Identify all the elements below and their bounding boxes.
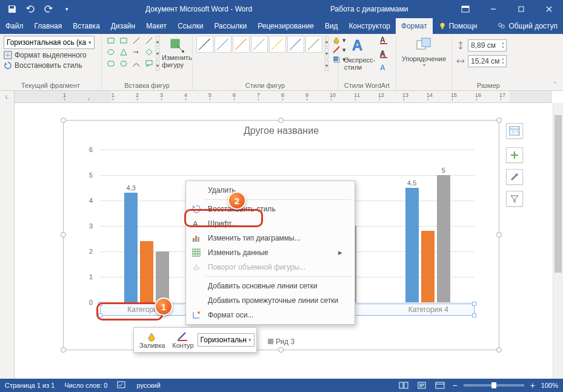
zoom-slider[interactable] — [464, 384, 524, 387]
axis-handle[interactable] — [472, 302, 476, 306]
selection-handle[interactable] — [496, 232, 502, 238]
view-print-layout-icon[interactable] — [416, 380, 428, 390]
zoom-in-button[interactable]: + — [530, 380, 535, 390]
chart-bar[interactable] — [421, 231, 435, 302]
tab-review[interactable]: Рецензирование — [252, 18, 319, 34]
mini-outline-button[interactable]: Контур — [168, 330, 197, 350]
mini-fill-button[interactable]: Заливка — [136, 330, 168, 350]
reset-style-button[interactable]: Восстановить стиль — [4, 61, 98, 70]
chart-title[interactable]: Другое название — [64, 125, 499, 136]
tab-design[interactable]: Дизайн — [105, 18, 141, 34]
category-axis-label[interactable]: Категория 4 — [408, 305, 448, 314]
share-button[interactable]: Общий доступ — [491, 18, 563, 34]
shape-arrow-icon[interactable] — [131, 47, 142, 57]
tab-chart-design[interactable]: Конструктор — [344, 18, 396, 34]
save-icon[interactable] — [7, 4, 17, 14]
ctx-change-chart-type[interactable]: Изменить тип диаграммы... — [187, 231, 353, 245]
minimize-button[interactable] — [479, 0, 507, 18]
chart-bar[interactable] — [156, 251, 169, 302]
shape-roundrect-icon[interactable] — [105, 59, 116, 68]
chart-styles-icon[interactable] — [506, 169, 523, 185]
selection-handle[interactable] — [61, 232, 66, 238]
status-language[interactable]: русский — [136, 382, 160, 389]
tab-view[interactable]: Вид — [319, 18, 344, 34]
horizontal-ruler[interactable]: 11234567891011121314151617 — [15, 91, 552, 103]
chart-bar[interactable] — [124, 193, 138, 302]
style-down-icon[interactable]: ▾ — [325, 48, 328, 59]
qat-customize-icon[interactable]: ▾ — [62, 4, 72, 14]
tab-layout[interactable]: Макет — [141, 18, 172, 34]
view-read-mode-icon[interactable] — [398, 380, 410, 390]
selection-handle[interactable] — [278, 347, 284, 353]
chart-bar[interactable] — [405, 188, 419, 302]
format-selection-button[interactable]: Формат выделенного — [4, 51, 98, 59]
edit-shape-button[interactable]: Изменить фигуру — [159, 36, 195, 70]
shape-line2-icon[interactable] — [144, 36, 155, 45]
tell-me[interactable]: Помощн — [433, 18, 483, 34]
selection-handle[interactable] — [496, 118, 502, 123]
shape-curve-icon[interactable] — [131, 59, 142, 68]
ctx-font[interactable]: AШрифт... — [187, 216, 353, 231]
selection-handle[interactable] — [61, 118, 66, 123]
vertical-ruler[interactable] — [0, 103, 15, 379]
scrollbar-thumb[interactable] — [555, 115, 562, 273]
axis-handle[interactable] — [472, 313, 476, 317]
legend-item[interactable]: Ряд 3 — [268, 337, 295, 346]
text-fill-button[interactable]: A — [380, 36, 390, 46]
ctx-add-minor-gridlines[interactable]: Добавить промежуточные линии сетки — [187, 293, 353, 308]
chart-legend[interactable]: Ряд 3 — [64, 337, 499, 346]
view-web-layout-icon[interactable] — [434, 380, 446, 390]
mini-element-selector[interactable]: Горизонтальн▾ — [198, 333, 255, 347]
zoom-level[interactable]: 100% — [541, 382, 558, 389]
text-effects-button[interactable]: A — [380, 64, 390, 74]
chart-bar[interactable] — [437, 175, 450, 302]
shape-diamond-icon[interactable] — [144, 47, 155, 57]
status-spellcheck-icon[interactable] — [117, 380, 127, 390]
shape-rect-icon[interactable] — [105, 36, 116, 45]
zoom-out-button[interactable]: − — [452, 380, 457, 390]
tab-mailings[interactable]: Рассылки — [208, 18, 252, 34]
shape-rect2-icon[interactable] — [118, 36, 129, 45]
style-up-icon[interactable]: ▴ — [325, 36, 328, 47]
selection-handle[interactable] — [496, 347, 502, 353]
maximize-button[interactable] — [507, 0, 535, 18]
ctx-delete[interactable]: Удалить — [187, 183, 353, 198]
ctx-reset-style[interactable]: Восстановить стиль — [187, 202, 353, 216]
shape-tri-icon[interactable] — [118, 47, 129, 57]
style-more-icon[interactable]: ▾ — [325, 60, 328, 71]
selection-handle[interactable] — [278, 118, 284, 123]
tab-format[interactable]: Формат — [396, 18, 433, 34]
shape-line-icon[interactable] — [131, 36, 142, 45]
status-page[interactable]: Страница 1 из 1 — [5, 382, 55, 389]
ctx-add-major-gridlines[interactable]: Добавить основные линии сетки — [187, 279, 353, 293]
tab-home[interactable]: Главная — [29, 18, 68, 34]
redo-icon[interactable] — [44, 4, 53, 14]
chart-elements-icon[interactable] — [506, 147, 523, 163]
undo-icon[interactable] — [25, 4, 35, 14]
status-word-count[interactable]: Число слов: 0 — [64, 382, 107, 389]
axis-handle[interactable] — [98, 313, 102, 317]
close-button[interactable] — [535, 0, 563, 18]
shape-style-gallery[interactable] — [196, 36, 322, 53]
tab-insert[interactable]: Вставка — [67, 18, 105, 34]
wordart-quick-styles-button[interactable]: A Экспресс- стили — [342, 36, 378, 71]
shape-hex-icon[interactable] — [118, 59, 129, 68]
tab-references[interactable]: Ссылки — [172, 18, 208, 34]
axis-handle[interactable] — [98, 302, 102, 306]
layout-options-icon[interactable] — [506, 123, 523, 139]
chart-filters-icon[interactable] — [506, 191, 523, 207]
shape-width-input[interactable]: 15,24 см▲▼ — [468, 55, 507, 67]
ribbon-display-options-icon[interactable] — [451, 0, 479, 18]
selection-handle[interactable] — [61, 347, 66, 353]
shape-callout-icon[interactable] — [144, 59, 155, 68]
chart-bar[interactable] — [140, 241, 153, 302]
ctx-format-axis[interactable]: Формат оси... — [187, 308, 353, 322]
tab-file[interactable]: Файл — [0, 18, 29, 34]
collapse-ribbon-icon[interactable]: ˆ — [550, 80, 561, 90]
shape-height-input[interactable]: 8,89 см▲▼ — [468, 39, 507, 51]
text-outline-button[interactable]: A — [380, 50, 390, 60]
shape-oval-icon[interactable] — [105, 47, 116, 57]
ctx-change-data[interactable]: Изменить данные▶ — [187, 245, 353, 260]
shape-gallery[interactable] — [105, 36, 155, 68]
arrange-button[interactable]: Упорядочение▾ — [398, 36, 450, 68]
